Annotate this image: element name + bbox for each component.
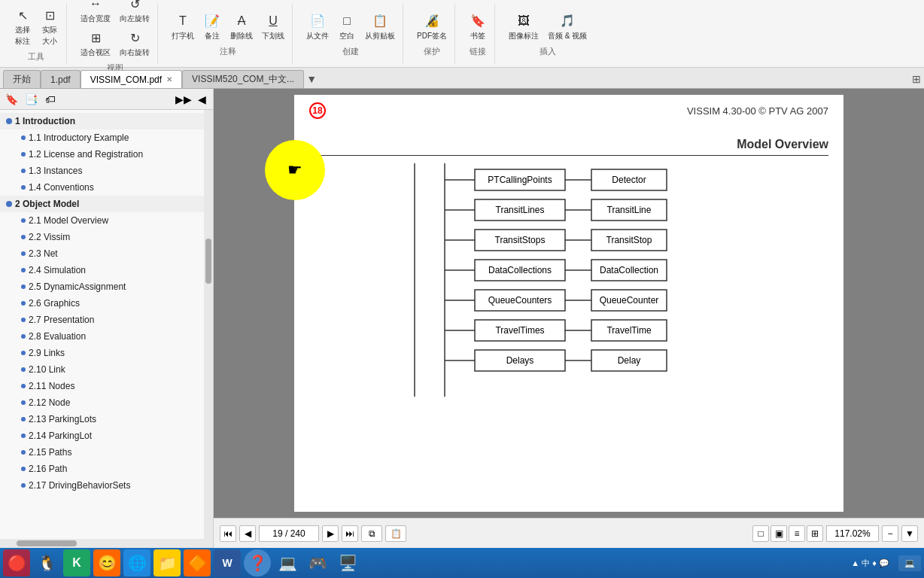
bullet-215 [21, 450, 26, 455]
facing-btn[interactable]: ⊞ [807, 525, 823, 542]
scroll-btn[interactable]: ≡ [789, 525, 805, 542]
sidebar-expand-btn[interactable]: ▶▶ [175, 91, 192, 108]
taskbar-qq[interactable]: 🐧 [33, 549, 60, 576]
tree-item-object-model[interactable]: 2 Object Model [0, 196, 204, 212]
strikethrough-btn[interactable]: A 删除线 [227, 11, 256, 43]
copy-btn[interactable]: ⧉ [361, 525, 382, 542]
taskbar-word[interactable]: W [214, 549, 241, 576]
tab-start[interactable]: 开始 [3, 70, 41, 88]
sidebar-tag-btn[interactable]: 🏷 [42, 91, 59, 108]
main-layout: 🔖 📑 🏷 ▶▶ ◀ 1 Introduction 1.1 Introducto… [0, 89, 924, 548]
tree-item-213[interactable]: 2.13 ParkingLots [0, 411, 204, 427]
image-annotation-btn[interactable]: 🖼 图像标注 [506, 11, 542, 43]
typewriter-btn[interactable]: T 打字机 [169, 11, 197, 43]
paste-btn[interactable]: 📋 [385, 525, 406, 542]
sidebar-bookmark-btn[interactable]: 🔖 [3, 91, 20, 108]
note-btn[interactable]: 📝 备注 [200, 11, 224, 43]
tab-nav-btn[interactable]: ⊞ [909, 70, 924, 88]
tree-item-215[interactable]: 2.15 Paths [0, 444, 204, 461]
single-page-btn[interactable]: □ [752, 525, 769, 542]
sidebar-bookmark2-btn[interactable]: 📑 [23, 91, 39, 108]
blank-icon: □ [338, 12, 356, 30]
sidebar-scrollbar[interactable] [204, 110, 213, 539]
media-btn[interactable]: 🎵 音频 & 视频 [545, 11, 590, 43]
from-file-btn[interactable]: 📄 从文件 [303, 11, 332, 43]
taskbar-help[interactable]: ❓ [244, 549, 271, 576]
svg-text:TravelTimes: TravelTimes [495, 325, 544, 336]
tree-label-24: 2.4 Simulation [29, 265, 86, 275]
next-page-btn[interactable]: ▶ [322, 525, 339, 542]
tree-item-13[interactable]: 1.3 Instances [0, 163, 204, 179]
sidebar-horizontal-scroll[interactable] [0, 539, 213, 548]
rotate-right-btn[interactable]: ↻ 向右旋转 [117, 27, 153, 59]
tree-item-introduction[interactable]: 1 Introduction [0, 113, 204, 129]
svg-text:TransitStops: TransitStops [495, 235, 546, 245]
taskbar-game[interactable]: 🎮 [304, 549, 331, 576]
tree-item-23[interactable]: 2.3 Net [0, 245, 204, 262]
fit-view-btn[interactable]: ⊞ 适合视区 [78, 27, 114, 59]
underline-btn[interactable]: U 下划线 [259, 11, 287, 43]
sidebar-scroll-container: 1 Introduction 1.1 Introductory Example … [0, 110, 213, 539]
prev-page-btn[interactable]: ◀ [239, 525, 256, 542]
rotate-left-btn[interactable]: ↺ 向左旋转 [117, 0, 153, 26]
bookmark-btn[interactable]: 🔖 书签 [466, 11, 490, 43]
actual-size-btn[interactable]: ⊡ 实际 大小 [38, 5, 62, 48]
tree-label-210: 2.10 Link [29, 364, 65, 375]
svg-text:QueueCounters: QueueCounters [488, 295, 552, 306]
bullet-210 [21, 367, 26, 372]
tab-more-btn[interactable]: ▼ [304, 70, 319, 88]
bullet-213 [21, 417, 26, 421]
blank-btn[interactable]: □ 空白 [335, 11, 359, 43]
tree-item-22[interactable]: 2.2 Vissim [0, 229, 204, 245]
fit-width-btn[interactable]: ↔ 适合宽度 [78, 0, 114, 26]
tab-vissim-cn[interactable]: VISSIM520_COM_中文... [182, 70, 304, 88]
taskbar-k[interactable]: K [63, 549, 90, 576]
taskbar-orange[interactable]: 🔶 [184, 549, 211, 576]
taskbar-chip[interactable]: 💻 [274, 549, 301, 576]
tree-item-11[interactable]: 1.1 Introductory Example [0, 129, 204, 146]
tree-item-12[interactable]: 1.2 License and Registration [0, 146, 204, 163]
tree-item-29[interactable]: 2.9 Links [0, 345, 204, 361]
tree-item-26[interactable]: 2.6 Graphics [0, 295, 204, 312]
toolbar-group-create: 📄 从文件 □ 空白 📋 从剪贴板 创建 [299, 4, 403, 64]
last-page-btn[interactable]: ⏭ [342, 525, 358, 542]
tree-item-24[interactable]: 2.4 Simulation [0, 262, 204, 278]
tree-item-27[interactable]: 2.7 Presentation [0, 312, 204, 328]
tree-item-214[interactable]: 2.14 ParkingLot [0, 427, 204, 444]
taskbar: 🔴 🐧 K 😊 🌐 📁 🔶 W ❓ 💻 🎮 🖥️ ▲ 中 ♦ 💬 💻 [0, 548, 924, 578]
zoom-menu-btn[interactable]: ▼ [901, 525, 918, 542]
bottom-nav: ⏮ ◀ ▶ ⏭ ⧉ 📋 □ ▣ ≡ ⊞ 117.02% − ▼ [214, 518, 924, 548]
toolbar-group-annotation: T 打字机 📝 备注 A 删除线 U 下划线 注释 [164, 4, 293, 64]
zoom-out-btn[interactable]: − [882, 525, 898, 542]
taskbar-display[interactable]: 🖥️ [334, 549, 361, 576]
tab-1pdf[interactable]: 1.pdf [41, 70, 81, 88]
first-page-btn[interactable]: ⏮ [220, 525, 236, 542]
from-clipboard-btn[interactable]: 📋 从剪贴板 [362, 11, 398, 43]
model-overview-title: Model Overview [309, 138, 828, 156]
double-page-btn[interactable]: ▣ [771, 525, 787, 542]
tree-item-212[interactable]: 2.12 Node [0, 394, 204, 411]
tab-close-btn[interactable]: ✕ [166, 75, 172, 84]
svg-text:TransitStop: TransitStop [606, 235, 652, 245]
yellow-cursor[interactable]: ☛ [265, 140, 325, 200]
taskbar-start[interactable]: 🔴 [3, 549, 30, 576]
protect-group-label: 保护 [424, 46, 440, 57]
taskbar-folder[interactable]: 📁 [153, 549, 181, 576]
sidebar-toolbar: 🔖 📑 🏷 ▶▶ ◀ [0, 89, 213, 110]
tree-item-28[interactable]: 2.8 Evaluation [0, 328, 204, 345]
page-input[interactable] [259, 525, 319, 542]
tree-item-216[interactable]: 2.16 Path [0, 461, 204, 477]
select-annotation-btn[interactable]: ↖ 选择 标注 [11, 5, 35, 48]
pdf-sign-btn[interactable]: 🔏 PDF签名 [414, 11, 450, 43]
sidebar-collapse-btn[interactable]: ◀ [193, 91, 210, 108]
taskbar-browser[interactable]: 🌐 [123, 549, 150, 576]
tree-item-211[interactable]: 2.11 Nodes [0, 378, 204, 394]
taskbar-smiley[interactable]: 😊 [93, 549, 120, 576]
tree-item-217[interactable]: 2.17 DrivingBehaviorSets [0, 477, 204, 494]
tab-vissim-com[interactable]: VISSIM_COM.pdf ✕ [81, 70, 182, 88]
tree-item-14[interactable]: 1.4 Conventions [0, 179, 204, 196]
tree-item-210[interactable]: 2.10 Link [0, 361, 204, 378]
tree-label-214: 2.14 ParkingLot [29, 430, 92, 441]
tree-item-25[interactable]: 2.5 DynamicAssignment [0, 278, 204, 295]
tree-item-21[interactable]: 2.1 Model Overview [0, 212, 204, 229]
